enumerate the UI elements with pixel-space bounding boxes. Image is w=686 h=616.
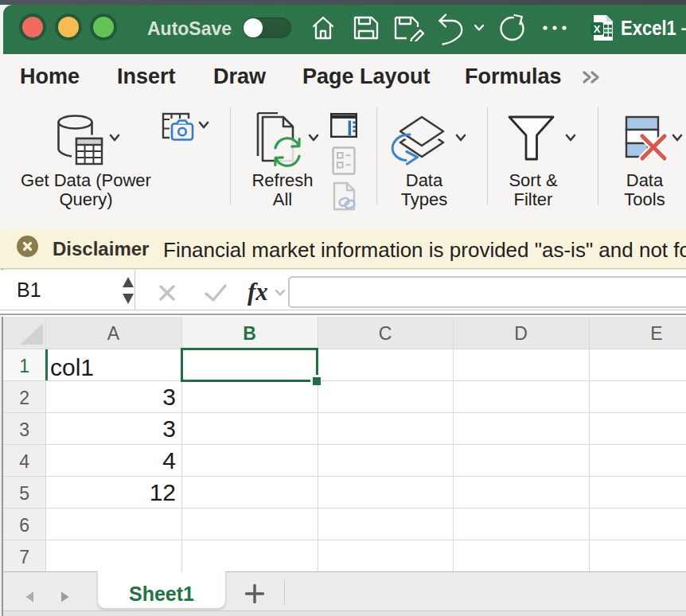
svg-text:X: X [594,23,601,35]
